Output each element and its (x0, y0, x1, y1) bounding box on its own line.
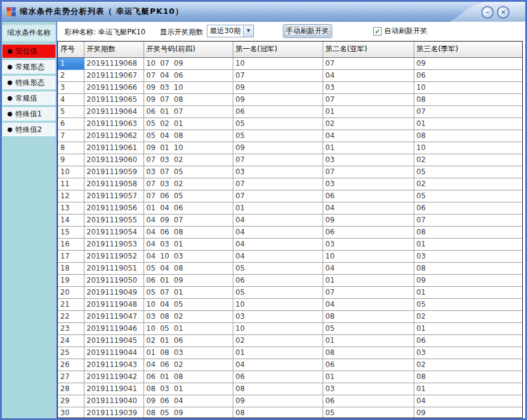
cell-third[interactable]: 08 (414, 226, 522, 238)
cell-numbers[interactable]: 05 02 01 (144, 118, 233, 130)
cell-first[interactable]: 10 (233, 322, 323, 334)
cell-second[interactable]: 04 (323, 130, 414, 142)
cell-third[interactable]: 05 (414, 190, 522, 202)
table-row[interactable]: 252019111904401 08 03010803 (58, 346, 522, 359)
cell-seq[interactable]: 8 (58, 142, 84, 154)
cell-period[interactable]: 20191119059 (84, 166, 144, 178)
cell-seq[interactable]: 15 (58, 226, 84, 238)
cell-period[interactable]: 20191119052 (84, 250, 144, 262)
table-row[interactable]: 242019111904502 01 06020106 (58, 334, 522, 346)
sidebar-item-2[interactable]: ●特殊形态 (2, 76, 55, 89)
manual-refresh-button[interactable]: 手动刷新开奖 (283, 24, 332, 38)
table-row[interactable]: 282019111904108 03 01080301 (58, 383, 522, 395)
cell-third[interactable]: 02 (414, 154, 522, 166)
cell-seq[interactable]: 20 (58, 286, 84, 298)
cell-seq[interactable]: 3 (58, 81, 84, 93)
cell-numbers[interactable]: 01 08 03 (144, 346, 233, 359)
cell-numbers[interactable]: 04 09 07 (144, 214, 233, 226)
cell-numbers[interactable]: 04 10 03 (144, 250, 233, 262)
cell-second[interactable]: 08 (323, 346, 414, 359)
cell-seq[interactable]: 19 (58, 274, 84, 286)
cell-period[interactable]: 20191119039 (84, 407, 144, 418)
cell-numbers[interactable]: 10 07 09 (144, 57, 233, 69)
cell-first[interactable]: 10 (233, 298, 323, 310)
table-row[interactable]: 22019111906707 04 06070406 (58, 69, 522, 81)
cell-first[interactable]: 09 (233, 81, 323, 93)
cell-numbers[interactable]: 03 08 02 (144, 310, 233, 322)
cell-seq[interactable]: 16 (58, 238, 84, 250)
cell-numbers[interactable]: 04 06 02 (144, 359, 233, 371)
cell-first[interactable]: 09 (233, 142, 323, 154)
table-row[interactable]: 42019111906509 07 08090708 (58, 93, 522, 105)
cell-second[interactable]: 01 (323, 105, 414, 118)
cell-third[interactable]: 02 (414, 359, 522, 371)
table-row[interactable]: 262019111904304 06 02040602 (58, 359, 522, 371)
cell-third[interactable]: 05 (414, 166, 522, 178)
table-row[interactable]: 122019111905707 06 05070605 (58, 190, 522, 202)
cell-second[interactable]: 01 (323, 334, 414, 346)
cell-second[interactable]: 03 (323, 383, 414, 395)
cell-seq[interactable]: 30 (58, 407, 84, 418)
cell-third[interactable]: 05 (414, 298, 522, 310)
cell-third[interactable]: 08 (414, 130, 522, 142)
cell-first[interactable]: 04 (233, 359, 323, 371)
cell-period[interactable]: 20191119047 (84, 310, 144, 322)
cell-second[interactable]: 02 (323, 118, 414, 130)
cell-third[interactable]: 07 (414, 214, 522, 226)
cell-second[interactable]: 09 (323, 214, 414, 226)
cell-second[interactable]: 07 (323, 57, 414, 69)
table-row[interactable]: 172019111905204 10 03041003 (58, 250, 522, 262)
cell-second[interactable]: 05 (323, 407, 414, 418)
cell-first[interactable]: 07 (233, 69, 323, 81)
cell-numbers[interactable]: 07 03 02 (144, 154, 233, 166)
cell-period[interactable]: 20191119058 (84, 178, 144, 190)
cell-third[interactable]: 08 (414, 262, 522, 274)
cell-seq[interactable]: 18 (58, 262, 84, 274)
cell-second[interactable]: 05 (323, 322, 414, 334)
cell-third[interactable]: 01 (414, 286, 522, 298)
cell-period[interactable]: 20191119046 (84, 322, 144, 334)
cell-period[interactable]: 20191119055 (84, 214, 144, 226)
sidebar-item-5[interactable]: ●特殊值2 (2, 123, 55, 136)
cell-period[interactable]: 20191119066 (84, 81, 144, 93)
cell-second[interactable]: 07 (323, 166, 414, 178)
table-row[interactable]: 142019111905504 09 07040907 (58, 214, 522, 226)
table-row[interactable]: 202019111904905 07 01050701 (58, 286, 522, 298)
table-row[interactable]: 272019111904206 01 08060108 (58, 371, 522, 383)
cell-first[interactable]: 05 (233, 118, 323, 130)
cell-third[interactable]: 09 (414, 274, 522, 286)
auto-refresh-checkbox[interactable]: ✔ (373, 27, 382, 36)
cell-period[interactable]: 20191119053 (84, 238, 144, 250)
cell-first[interactable]: 07 (233, 190, 323, 202)
sidebar-item-1[interactable]: ●常规形态 (2, 60, 55, 74)
cell-second[interactable]: 03 (323, 81, 414, 93)
cell-period[interactable]: 20191119050 (84, 274, 144, 286)
sidebar-item-0[interactable]: ●定位值 (2, 45, 55, 58)
cell-seq[interactable]: 13 (58, 202, 84, 214)
cell-second[interactable]: 01 (323, 274, 414, 286)
cell-third[interactable]: 02 (414, 178, 522, 190)
cell-seq[interactable]: 4 (58, 93, 84, 105)
cell-numbers[interactable]: 05 07 01 (144, 286, 233, 298)
cell-first[interactable]: 04 (233, 238, 323, 250)
cell-period[interactable]: 20191119043 (84, 359, 144, 371)
cell-period[interactable]: 20191119057 (84, 190, 144, 202)
table-row[interactable]: 112019111905807 03 02070302 (58, 178, 522, 190)
cell-period[interactable]: 20191119045 (84, 334, 144, 346)
cell-numbers[interactable]: 06 01 08 (144, 371, 233, 383)
table-row[interactable]: 192019111905006 01 09060109 (58, 274, 522, 286)
cell-period[interactable]: 20191119056 (84, 202, 144, 214)
cell-period[interactable]: 20191119061 (84, 142, 144, 154)
cell-first[interactable]: 04 (233, 250, 323, 262)
cell-third[interactable]: 07 (414, 105, 522, 118)
cell-seq[interactable]: 26 (58, 359, 84, 371)
cell-period[interactable]: 20191119060 (84, 154, 144, 166)
cell-second[interactable]: 03 (323, 154, 414, 166)
cell-numbers[interactable]: 03 07 05 (144, 166, 233, 178)
periods-select[interactable]: 最近30期 ▼ (207, 25, 254, 37)
cell-period[interactable]: 20191119051 (84, 262, 144, 274)
cell-seq[interactable]: 12 (58, 190, 84, 202)
cell-numbers[interactable]: 04 03 01 (144, 238, 233, 250)
cell-second[interactable]: 04 (323, 262, 414, 274)
cell-second[interactable]: 04 (323, 298, 414, 310)
